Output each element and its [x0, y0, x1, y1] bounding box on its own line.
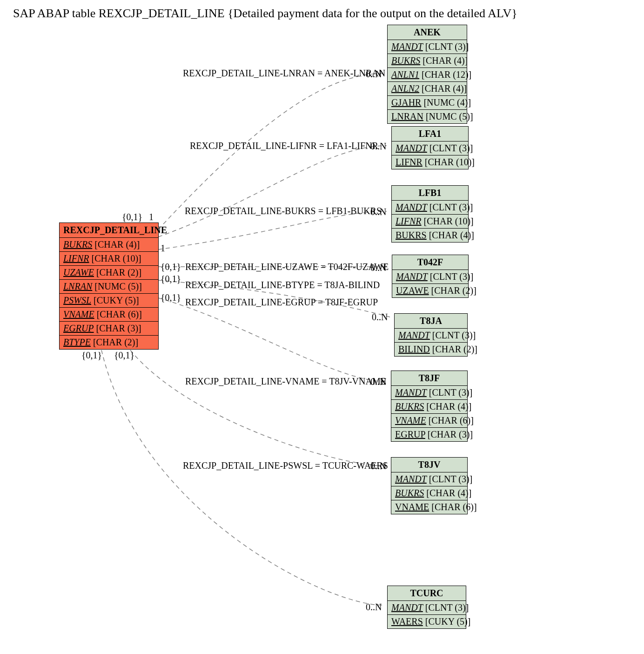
- field-row: EGRUP [CHAR (3)]: [391, 428, 467, 441]
- field-type: [CLNT (3)]: [432, 330, 476, 340]
- field-type: [CLNT (3)]: [429, 387, 473, 398]
- title-suffix: {Detailed payment data for the output on…: [225, 7, 517, 20]
- field-row: LIFNR [CHAR (10)]: [60, 252, 158, 266]
- cardinality: {0,1}: [161, 274, 181, 284]
- field-type: [CHAR (12)]: [422, 69, 471, 80]
- field-row: UZAWE [CHAR (2)]: [392, 284, 468, 297]
- cardinality: {0,1}: [161, 262, 181, 272]
- field-name: EGRUP: [395, 429, 425, 439]
- field-type: [CHAR (2)]: [432, 344, 477, 354]
- field-name: BILIND: [398, 344, 430, 354]
- entity-header: LFB1: [392, 186, 468, 201]
- field-type: [CLNT (3)]: [429, 474, 473, 484]
- title-prefix: SAP ABAP table: [13, 7, 99, 20]
- field-row: ANLN2 [CHAR (4)]: [388, 82, 467, 96]
- field-name: GJAHR: [391, 97, 421, 108]
- field-name: LNRAN: [63, 281, 92, 291]
- field-type: [CHAR (4)]: [422, 83, 467, 94]
- cardinality: {0,1}: [122, 212, 142, 222]
- cardinality: 0..N: [370, 461, 386, 472]
- field-row: MANDT [CLNT (3)]: [392, 142, 468, 155]
- field-type: [CHAR (6)]: [97, 309, 142, 319]
- entity-header: T8JA: [395, 314, 467, 329]
- field-row: UZAWE [CHAR (2)]: [60, 266, 158, 280]
- cardinality: 0..N: [366, 69, 382, 80]
- field-name: VNAME: [63, 309, 94, 319]
- field-row: LNRAN [NUMC (5)]: [388, 110, 467, 123]
- field-name: LIFNR: [396, 157, 423, 167]
- field-name: MANDT: [391, 602, 423, 613]
- field-row: MANDT [CLNT (3)]: [392, 270, 468, 284]
- entity-lfb1: LFB1 MANDT [CLNT (3)] LIFNR [CHAR (10)] …: [391, 185, 469, 243]
- field-row: EGRUP [CHAR (3)]: [60, 322, 158, 336]
- field-name: MANDT: [396, 143, 427, 153]
- field-row: MANDT [CLNT (3)]: [388, 601, 466, 615]
- field-name: MANDT: [396, 271, 428, 282]
- field-row: WAERS [CUKY (5)]: [388, 615, 466, 628]
- relation-label: REXCJP_DETAIL_LINE-BUKRS = LFB1-BUKRS: [185, 206, 382, 216]
- entity-anek: ANEK MANDT [CLNT (3)] BUKRS [CHAR (4)] A…: [387, 25, 467, 124]
- field-row: PSWSL [CUKY (5)]: [60, 294, 158, 308]
- field-type: [CHAR (4)]: [426, 401, 471, 411]
- field-row: BUKRS [CHAR (4)]: [392, 229, 468, 242]
- field-type: [CHAR (3)]: [428, 429, 473, 439]
- field-name: LIFNR: [63, 253, 89, 263]
- cardinality: 0..N: [370, 263, 386, 273]
- entity-t8ja: T8JA MANDT [CLNT (3)] BILIND [CHAR (2)]: [394, 313, 468, 357]
- cardinality: {0,1}: [81, 350, 102, 361]
- field-name: BUKRS: [395, 488, 424, 498]
- field-row: BTYPE [CHAR (2)]: [60, 336, 158, 349]
- field-name: BUKRS: [391, 55, 420, 66]
- field-type: [CLNT (3)]: [425, 41, 469, 52]
- field-type: [NUMC (4)]: [423, 97, 471, 108]
- field-name: PSWSL: [63, 295, 91, 305]
- field-name: UZAWE: [63, 267, 94, 277]
- field-row: MANDT [CLNT (3)]: [388, 40, 467, 54]
- field-name: VNAME: [395, 415, 426, 425]
- field-row: VNAME [CHAR (6)]: [391, 500, 467, 514]
- field-row: VNAME [CHAR (6)]: [391, 414, 467, 428]
- entity-header: T8JF: [391, 371, 467, 386]
- field-type: [CHAR (2)]: [431, 285, 476, 296]
- field-row: MANDT [CLNT (3)]: [391, 472, 467, 486]
- field-type: [CLNT (3)]: [425, 602, 469, 613]
- field-type: [CHAR (10)]: [92, 253, 141, 263]
- field-name: MANDT: [395, 387, 427, 398]
- field-row: VNAME [CHAR (6)]: [60, 308, 158, 322]
- entity-rexcjp-detail-line: REXCJP_DETAIL_LINE BUKRS [CHAR (4)] LIFN…: [59, 222, 159, 350]
- field-type: [NUMC (5)]: [426, 111, 473, 121]
- diagram-title: SAP ABAP table REXCJP_DETAIL_LINE {Detai…: [13, 7, 517, 20]
- entity-tcurc: TCURC MANDT [CLNT (3)] WAERS [CUKY (5)]: [387, 586, 466, 629]
- field-name: BTYPE: [63, 337, 91, 347]
- field-type: [CUKY (5)]: [425, 616, 471, 627]
- entity-header: T8JV: [391, 458, 467, 472]
- field-type: [CLNT (3)]: [430, 271, 474, 282]
- field-name: UZAWE: [396, 285, 429, 296]
- cardinality: 0..N: [366, 602, 382, 613]
- field-row: LIFNR [CHAR (10)]: [392, 215, 468, 229]
- cardinality: 0..N: [370, 207, 386, 217]
- title-table: REXCJP_DETAIL_LINE: [99, 7, 225, 20]
- field-name: MANDT: [396, 202, 427, 212]
- relation-label: REXCJP_DETAIL_LINE-UZAWE = T042F-UZAWE: [185, 262, 389, 272]
- entity-header: TCURC: [388, 586, 466, 601]
- field-row: BUKRS [CHAR (4)]: [391, 400, 467, 414]
- field-type: [CUKY (5)]: [94, 295, 139, 305]
- field-row: MANDT [CLNT (3)]: [395, 329, 467, 343]
- entity-header: T042F: [392, 255, 468, 270]
- field-type: [CHAR (10)]: [424, 216, 474, 226]
- relation-label: REXCJP_DETAIL_LINE-PSWSL = TCURC-WAERS: [183, 460, 388, 471]
- field-name: LIFNR: [396, 216, 422, 226]
- relation-label: REXCJP_DETAIL_LINE-LNRAN = ANEK-LNRAN: [183, 68, 385, 79]
- field-name: BUKRS: [396, 230, 427, 240]
- field-name: BUKRS: [395, 401, 424, 411]
- field-name: MANDT: [395, 474, 427, 484]
- field-name: LNRAN: [391, 111, 423, 121]
- cardinality: 0..N: [370, 141, 386, 152]
- field-name: MANDT: [398, 330, 430, 340]
- relation-label: REXCJP_DETAIL_LINE-BTYPE = T8JA-BILIND: [185, 280, 380, 290]
- cardinality: 1: [149, 212, 154, 222]
- field-name: BUKRS: [63, 239, 92, 249]
- field-type: [NUMC (5)]: [94, 281, 142, 291]
- field-type: [CHAR (4)]: [426, 488, 471, 498]
